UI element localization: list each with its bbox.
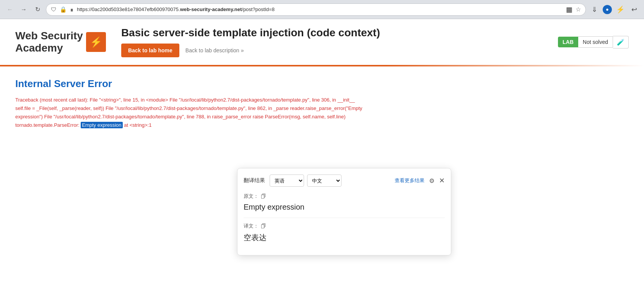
lab-status-area: LAB Not solved 🧪 — [558, 36, 629, 48]
logo-text: Web Security Academy — [15, 30, 83, 54]
lab-badge: LAB — [558, 37, 578, 47]
forward-button[interactable]: → — [18, 4, 29, 15]
url-prefix: https://0ac200d5033e81e78047efb600970075… — [77, 6, 180, 12]
bookmark-icon[interactable]: ☆ — [576, 6, 581, 13]
traceback-line4: tornado.template.ParseError: Empty expre… — [15, 122, 151, 128]
highlighted-empty-expression: Empty expression — [81, 122, 122, 128]
lock-icon: 🔒 — [60, 6, 67, 13]
lab-title: Basic server-side template injection (co… — [121, 27, 558, 39]
url-domain: web-security-academy.net — [180, 6, 242, 12]
qr-code-icon[interactable]: ▦ — [566, 5, 572, 14]
error-title: Internal Server Error — [15, 78, 629, 90]
flask-button[interactable]: 🧪 — [613, 36, 629, 48]
download-icon[interactable]: ⇓ — [589, 4, 600, 15]
lab-actions: Back to lab home Back to lab description… — [121, 44, 558, 57]
address-bar[interactable]: 🛡 🔒 ∎ https://0ac200d5033e81e78047efb600… — [46, 3, 586, 16]
logo-text-content: Web Security Academy — [15, 30, 83, 54]
lab-title-area: Basic server-side template injection (co… — [121, 27, 558, 57]
undo-icon[interactable]: ↩ — [629, 4, 639, 15]
page-header: Web Security Academy ⚡ Basic server-side… — [0, 19, 644, 57]
not-solved-label: Not solved — [578, 36, 613, 48]
traceback: Traceback (most recent call last): File … — [15, 96, 474, 129]
url-text: https://0ac200d5033e81e78047efb600970075… — [77, 6, 563, 12]
back-to-description-link[interactable]: Back to lab description » — [185, 47, 244, 53]
main-content: Internal Server Error Traceback (most re… — [0, 66, 644, 141]
profile-icon[interactable]: ● — [603, 5, 612, 14]
reload-button[interactable]: ↻ — [32, 4, 43, 15]
logo-icon: ⚡ — [86, 32, 106, 52]
browser-toolbar-icons: ⇓ ● ⚡ ↩ — [589, 4, 639, 15]
shield-icon: 🛡 — [51, 6, 57, 13]
logo-area: Web Security Academy ⚡ — [15, 30, 106, 54]
back-button[interactable]: ← — [5, 4, 15, 15]
tracking-protection-icon: ∎ — [70, 6, 74, 13]
url-path: /post?postId=8 — [242, 6, 275, 12]
extensions-icon[interactable]: ⚡ — [615, 4, 626, 15]
browser-chrome: ← → ↻ 🛡 🔒 ∎ https://0ac200d5033e81e78047… — [0, 0, 644, 19]
back-to-lab-home-button[interactable]: Back to lab home — [121, 44, 179, 57]
